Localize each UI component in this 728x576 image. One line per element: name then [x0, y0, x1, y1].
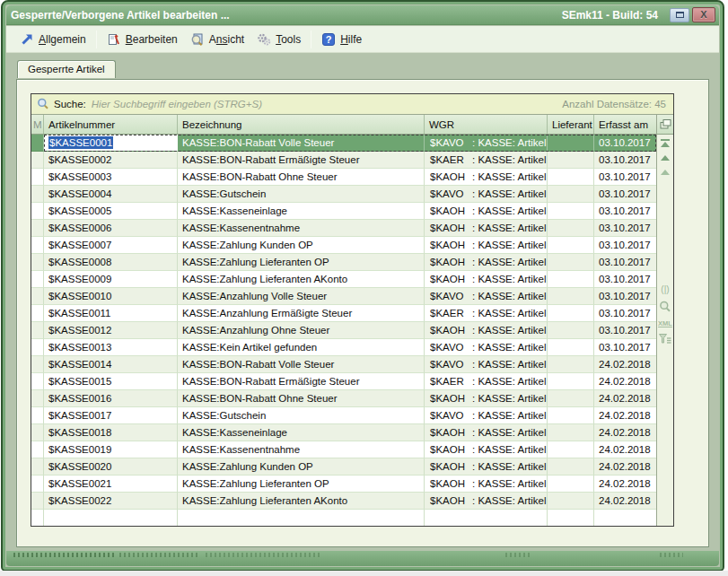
- side-tools: (|) XML: [658, 285, 672, 345]
- view-magnifier-icon: [190, 32, 205, 47]
- page-up-icon: [661, 170, 670, 175]
- table-row[interactable]: $KASSE0022KASSE:Zahlung Lieferanten AKon…: [31, 493, 656, 510]
- menu-label-ansicht: Ansicht: [209, 33, 244, 46]
- window-title: Gesperrte/Verborgene Artikel bearbeiten …: [11, 9, 562, 22]
- table-row[interactable]: $KASSE0002KASSE:BON-Rabatt Ermäßigte Ste…: [31, 152, 656, 169]
- menu-label-bearbeiten: Bearbeiten: [126, 33, 178, 46]
- filter-button[interactable]: [659, 334, 671, 345]
- table-row[interactable]: $KASSE0010KASSE:Anzahlung Volle Steuer$K…: [31, 288, 656, 305]
- menu-label-hilfe: Hilfe: [340, 33, 362, 46]
- grid-table: M Artikelnummer Bezeichnung WGR Lieferan…: [31, 115, 656, 526]
- autosize-columns-button[interactable]: (|): [661, 285, 669, 294]
- table-row[interactable]: $KASSE0004KASSE:Gutschein$KAVO: KASSE: A…: [31, 186, 656, 203]
- table-row[interactable]: $KASSE0011KASSE:Anzahlung Ermäßigte Steu…: [31, 305, 656, 322]
- tab-panel: Suche: Hier Suchbegriff eingeben (STRG+S…: [16, 79, 709, 547]
- build-label: SEmk11 - Build: 54: [562, 9, 658, 22]
- column-chooser-icon: [660, 119, 671, 129]
- edit-document-icon: [107, 32, 121, 47]
- column-header-artikelnummer[interactable]: Artikelnummer: [44, 115, 178, 134]
- table-row[interactable]: $KASSE0018KASSE:Kasseneinlage$KAOH: KASS…: [31, 424, 656, 441]
- toolbar-separator: [311, 31, 311, 48]
- column-header-wgr[interactable]: WGR: [425, 115, 548, 134]
- menu-label-allgemein: Allgemein: [39, 33, 86, 46]
- table-row[interactable]: $KASSE0007KASSE:Zahlung Kunden OP$KAOH: …: [31, 237, 656, 254]
- help-icon: ?: [321, 32, 336, 47]
- table-row[interactable]: $KASSE0012KASSE:Anzahlung Ohne Steuer$KA…: [31, 322, 656, 339]
- column-header-erfasst-am[interactable]: Erfasst am: [594, 115, 656, 134]
- record-count: Anzahl Datensätze: 45: [562, 99, 666, 109]
- column-header-bezeichnung[interactable]: Bezeichnung: [178, 115, 425, 134]
- menu-item-allgemein[interactable]: Allgemein: [13, 30, 92, 49]
- table-row[interactable]: $KASSE0019KASSE:Kassenentnahme$KAOH: KAS…: [31, 441, 656, 458]
- search-label: Suche:: [54, 99, 86, 109]
- xml-export-button[interactable]: XML: [658, 319, 672, 327]
- table-row[interactable]: $KASSE0006KASSE:Kassenentnahme$KAOH: KAS…: [31, 220, 656, 237]
- table-row[interactable]: $KASSE0013KASSE:Kein Artikel gefunden$KA…: [31, 339, 656, 356]
- table-row[interactable]: $KASSE0020KASSE:Zahlung Kunden OP$KAOH: …: [31, 458, 656, 476]
- arrow-up-right-icon: [20, 32, 34, 47]
- table-row[interactable]: $KASSE0017KASSE:Gutschein$KAVO: KASSE: A…: [31, 407, 656, 424]
- menu-item-tools[interactable]: Tools: [250, 30, 307, 49]
- table-row[interactable]: $KASSE0008KASSE:Zahlung Lieferanten OP$K…: [31, 254, 656, 271]
- main-area: Gesperrte Artikel Suche: Hier Suchbegrif…: [6, 54, 719, 551]
- column-header-m[interactable]: M: [31, 115, 44, 134]
- restore-button[interactable]: [670, 8, 689, 22]
- menu-label-tools: Tools: [276, 33, 301, 46]
- table-row-empty: [31, 510, 656, 526]
- article-grid: Suche: Hier Suchbegriff eingeben (STRG+S…: [31, 93, 674, 527]
- scroll-to-top-button[interactable]: [660, 137, 671, 149]
- menu-item-ansicht[interactable]: Ansicht: [184, 30, 250, 49]
- title-bar: Gesperrte/Verborgene Artikel bearbeiten …: [6, 5, 719, 25]
- grid-header-row: M Artikelnummer Bezeichnung WGR Lieferan…: [31, 115, 656, 135]
- column-header-lieferant[interactable]: Lieferant: [548, 115, 594, 134]
- table-row[interactable]: $KASSE0003KASSE:BON-Rabatt Ohne Steuer$K…: [31, 169, 656, 186]
- table-row[interactable]: $KASSE0001KASSE:BON-Rabatt Volle Steuer$…: [31, 135, 656, 152]
- page-up-button[interactable]: [660, 166, 671, 178]
- scroll-to-top-icon: [661, 139, 670, 141]
- close-button[interactable]: X: [692, 7, 715, 22]
- table-row[interactable]: $KASSE0014KASSE:BON-Rabatt Volle Steuer$…: [31, 356, 656, 373]
- toolbar-separator: [96, 31, 97, 48]
- scroll-up-button[interactable]: [660, 152, 671, 163]
- table-row[interactable]: $KASSE0005KASSE:Kasseneinlage$KAOH: KASS…: [31, 203, 656, 220]
- scroll-up-icon: [661, 155, 670, 161]
- search-bar: Suche: Hier Suchbegriff eingeben (STRG+S…: [31, 94, 673, 115]
- search-icon: [37, 98, 49, 110]
- desktop-edge: [0, 571, 728, 576]
- side-icon-strip: (|) XML: [656, 115, 673, 526]
- status-bar: [6, 551, 719, 566]
- table-row[interactable]: $KASSE0009KASSE:Zahlung Lieferanten AKon…: [31, 271, 656, 288]
- menu-item-bearbeiten[interactable]: Bearbeiten: [101, 30, 184, 49]
- close-icon: X: [700, 10, 706, 20]
- column-chooser-button[interactable]: [657, 115, 673, 135]
- gears-icon: [257, 32, 271, 47]
- grid-search-button[interactable]: [659, 301, 671, 313]
- table-row[interactable]: $KASSE0021KASSE:Zahlung Lieferanten OP$K…: [31, 476, 656, 493]
- table-row[interactable]: $KASSE0015KASSE:BON-Rabatt Ermäßigte Ste…: [31, 373, 656, 390]
- tab-strip: Gesperrte Artikel: [16, 59, 709, 79]
- menu-toolbar: Allgemein Bearbeiten Ansicht: [6, 26, 719, 53]
- svg-text:?: ?: [326, 34, 332, 45]
- restore-icon: [676, 12, 684, 18]
- search-input[interactable]: Hier Suchbegriff eingeben (STRG+S): [92, 99, 562, 109]
- tab-gesperrte-artikel[interactable]: Gesperrte Artikel: [17, 60, 116, 78]
- table-row[interactable]: $KASSE0016KASSE:BON-Rabatt Ohne Steuer$K…: [31, 390, 656, 407]
- app-window: Gesperrte/Verborgene Artikel bearbeiten …: [1, 0, 724, 572]
- artikelnummer-editor[interactable]: $KASSE0001: [48, 136, 113, 149]
- menu-item-hilfe[interactable]: ? Hilfe: [315, 30, 368, 49]
